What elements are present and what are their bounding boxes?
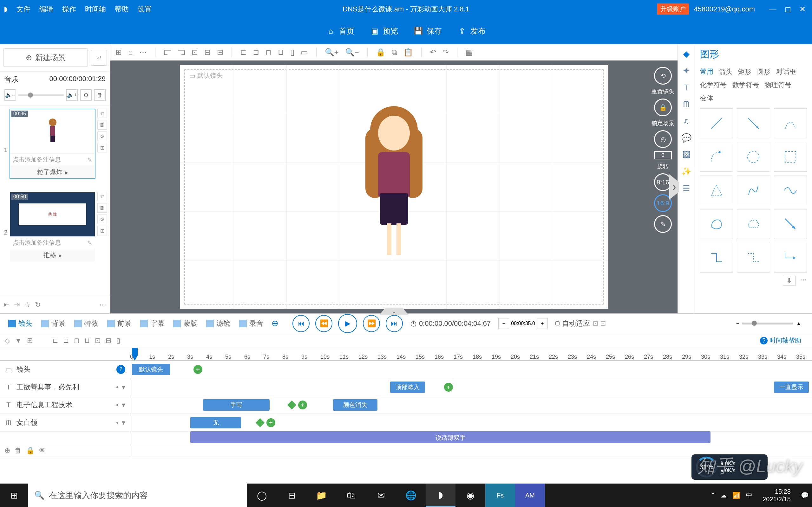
- shape-step-arrow[interactable]: [774, 243, 807, 273]
- edit-icon[interactable]: ✎: [87, 156, 92, 164]
- taskbar-mail[interactable]: ✉: [366, 484, 396, 507]
- rotate-value[interactable]: 0: [654, 151, 672, 159]
- paste-icon[interactable]: 📋: [403, 48, 413, 57]
- reset-camera-button[interactable]: ⟲: [654, 67, 672, 84]
- text-tool-icon[interactable]: T: [684, 83, 689, 93]
- menu-timeline[interactable]: 时间轴: [85, 4, 106, 14]
- taskbar-search[interactable]: 🔍在这里输入你要搜索的内容: [28, 484, 247, 507]
- timeline-help[interactable]: ?时间轴帮助: [760, 336, 801, 345]
- account-label[interactable]: 45800219@qq.com: [694, 5, 755, 13]
- footer-star-button[interactable]: ☆: [24, 301, 31, 309]
- audio-settings-button[interactable]: ⚙: [80, 89, 92, 101]
- tool-icon[interactable]: ✦: [683, 66, 690, 76]
- ruler-icon[interactable]: ⊞: [115, 48, 122, 57]
- stage[interactable]: ▭ 默认镜头: [180, 65, 608, 309]
- distribute-icon[interactable]: ⊓: [265, 48, 271, 57]
- taskbar-am[interactable]: AM: [515, 484, 545, 507]
- clip-color-fade[interactable]: 颜色消失: [333, 399, 377, 411]
- time-minus-button[interactable]: −: [498, 318, 509, 329]
- audio-delete-button[interactable]: 🗑: [94, 89, 106, 101]
- edit-button[interactable]: ✎: [654, 215, 672, 233]
- keyframe-icon[interactable]: [287, 400, 296, 409]
- tl-tool[interactable]: ⊞: [27, 337, 33, 345]
- shape-line[interactable]: [700, 108, 733, 138]
- add-keyframe-button[interactable]: +: [266, 418, 275, 427]
- footer-refresh-button[interactable]: ↻: [35, 301, 41, 309]
- tl-tool[interactable]: ▯: [116, 337, 120, 345]
- music-tool-icon[interactable]: ♫: [683, 116, 690, 126]
- lock-scene-button[interactable]: 🔒: [654, 99, 672, 116]
- home-icon[interactable]: ⌂: [128, 48, 133, 57]
- undo-icon[interactable]: ↶: [430, 48, 436, 57]
- layers-tool-icon[interactable]: ☰: [682, 183, 690, 193]
- tab-foreground[interactable]: 前景: [103, 317, 135, 330]
- copy-icon[interactable]: ⧉: [392, 48, 397, 57]
- tab-arrow[interactable]: 箭头: [719, 67, 732, 76]
- grid-icon[interactable]: ▦: [466, 48, 473, 57]
- play-icon[interactable]: ▸: [65, 169, 68, 176]
- scene-new-button[interactable]: ⊞: [97, 143, 107, 153]
- taskbar-explorer[interactable]: 📁: [306, 484, 336, 507]
- scene-settings-button[interactable]: ⚙: [97, 131, 107, 141]
- play-prev-button[interactable]: ⏪: [315, 315, 333, 332]
- taskview-icon[interactable]: ◯: [247, 484, 276, 507]
- tl-lock-icon[interactable]: 🔒: [26, 447, 35, 455]
- shape-scribble[interactable]: [737, 176, 770, 205]
- shape-wave[interactable]: [774, 176, 807, 205]
- scene-copy-button[interactable]: ⧉: [97, 109, 107, 118]
- tab-common[interactable]: 常用: [700, 67, 713, 76]
- character-element[interactable]: [368, 106, 419, 258]
- menu-file[interactable]: 文件: [16, 4, 31, 14]
- tl-tool[interactable]: ◇: [4, 337, 10, 345]
- add-tab-button[interactable]: ⊕: [271, 319, 278, 328]
- autofit-checkbox[interactable]: [555, 321, 560, 326]
- tab-subtitle[interactable]: 字幕: [136, 317, 168, 330]
- tab-rect[interactable]: 矩形: [738, 67, 751, 76]
- shape-dashed-circle[interactable]: [737, 142, 770, 172]
- clip-top-in[interactable]: 顶部漱入: [390, 382, 425, 393]
- shape-cloud[interactable]: [737, 209, 770, 239]
- menu-help[interactable]: 帮助: [115, 4, 129, 14]
- menu-edit[interactable]: 编辑: [39, 4, 53, 14]
- ratio-916-button[interactable]: 9:16: [654, 173, 672, 191]
- tab-mask[interactable]: 蒙版: [169, 317, 201, 330]
- zoom-in-icon[interactable]: 🔍+: [325, 48, 339, 57]
- scene-delete-button[interactable]: 🗑: [97, 203, 107, 213]
- tl-tool[interactable]: ⊐: [63, 337, 69, 345]
- tab-background[interactable]: 背景: [38, 317, 69, 330]
- tl-tool[interactable]: ⊟: [106, 337, 111, 345]
- person-tool-icon[interactable]: ᗰ: [683, 100, 689, 109]
- maximize-button[interactable]: ◻: [785, 5, 791, 14]
- tray-notifications-icon[interactable]: 💬: [801, 492, 809, 499]
- play-end-button[interactable]: ⏭: [386, 315, 403, 332]
- zoom-slider[interactable]: [742, 323, 793, 325]
- tab-filter[interactable]: 滤镜: [202, 317, 234, 330]
- tab-variant[interactable]: 变体: [700, 94, 713, 103]
- nav-publish[interactable]: ⇪发布: [458, 26, 486, 36]
- chat-tool-icon[interactable]: 💬: [681, 133, 692, 143]
- clip-always-show[interactable]: 一直显示: [774, 382, 809, 393]
- upgrade-button[interactable]: 升级账户: [657, 3, 689, 14]
- download-button[interactable]: ⬇: [783, 276, 796, 286]
- tl-tool[interactable]: ⊏: [52, 337, 58, 345]
- zoom-out-icon[interactable]: 🔍−: [345, 48, 359, 57]
- scene-settings-button[interactable]: ⚙: [97, 215, 107, 224]
- tab-dialog[interactable]: 对话框: [776, 67, 796, 76]
- align-icon[interactable]: ⊡: [192, 48, 198, 57]
- rotate-button[interactable]: ◴: [654, 130, 672, 148]
- align-icon[interactable]: ⊟: [204, 48, 211, 57]
- timeline-ruler[interactable]: 0s1s2s3s4s5s6s7s8s9s10s11s12s13s14s15s16…: [0, 348, 812, 360]
- taskbar-edge[interactable]: 🌐: [396, 484, 426, 507]
- clip-default-lens[interactable]: 默认镜头: [132, 364, 170, 375]
- tray-cloud-icon[interactable]: ☁: [720, 492, 727, 499]
- shape-dashed-rect[interactable]: [774, 142, 807, 172]
- vol-up-button[interactable]: 🔈+: [66, 89, 78, 101]
- taskbar-fs[interactable]: Fs: [485, 484, 515, 507]
- distribute-icon[interactable]: ⊏: [240, 48, 247, 57]
- clip-speak[interactable]: 说话簿双手: [190, 433, 711, 443]
- menu-action[interactable]: 操作: [62, 4, 76, 14]
- tl-eye-icon[interactable]: 👁: [39, 447, 46, 455]
- nav-home[interactable]: ⌂首页: [326, 26, 354, 36]
- time-plus-button[interactable]: +: [537, 318, 548, 329]
- shape-curve-arrow[interactable]: [700, 142, 733, 172]
